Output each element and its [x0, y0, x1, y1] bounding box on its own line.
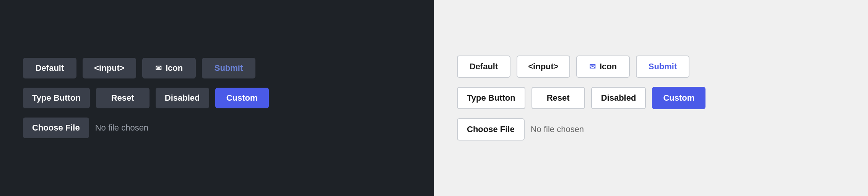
dark-row-3: Choose File No file chosen — [23, 118, 411, 138]
mail-icon: ✉ — [155, 64, 162, 73]
light-panel: Default <input> ✉ Icon Submit Type Butto… — [434, 0, 868, 196]
light-default-button[interactable]: Default — [457, 56, 510, 78]
dark-custom-button[interactable]: Custom — [215, 88, 269, 108]
dark-icon-button[interactable]: ✉ Icon — [142, 58, 196, 78]
dark-reset-button[interactable]: Reset — [96, 88, 150, 108]
light-icon-button[interactable]: ✉ Icon — [576, 56, 630, 78]
dark-choosefile-button[interactable]: Choose File — [23, 118, 89, 138]
dark-panel: Default <input> ✉ Icon Submit Type Butto… — [0, 0, 434, 196]
light-disabled-button[interactable]: Disabled — [591, 87, 646, 109]
light-row-3: Choose File No file chosen — [457, 118, 845, 140]
dark-row-1: Default <input> ✉ Icon Submit — [23, 58, 411, 78]
dark-submit-button[interactable]: Submit — [202, 58, 255, 78]
dark-disabled-button[interactable]: Disabled — [156, 88, 209, 108]
dark-nofile-label: No file chosen — [95, 123, 148, 133]
light-nofile-label: No file chosen — [531, 124, 584, 134]
mail-icon-light: ✉ — [589, 62, 596, 71]
dark-input-button[interactable]: <input> — [83, 58, 136, 78]
light-row-1: Default <input> ✉ Icon Submit — [457, 56, 845, 78]
dark-typebutton-button[interactable]: Type Button — [23, 88, 90, 108]
light-row-2: Type Button Reset Disabled Custom — [457, 87, 845, 109]
light-reset-button[interactable]: Reset — [532, 87, 585, 109]
dark-default-button[interactable]: Default — [23, 58, 76, 78]
light-custom-button[interactable]: Custom — [652, 87, 705, 109]
light-typebutton-button[interactable]: Type Button — [457, 87, 525, 109]
light-submit-button[interactable]: Submit — [636, 56, 689, 78]
light-choosefile-button[interactable]: Choose File — [457, 118, 525, 140]
dark-row-2: Type Button Reset Disabled Custom — [23, 88, 411, 108]
light-input-button[interactable]: <input> — [517, 56, 570, 78]
